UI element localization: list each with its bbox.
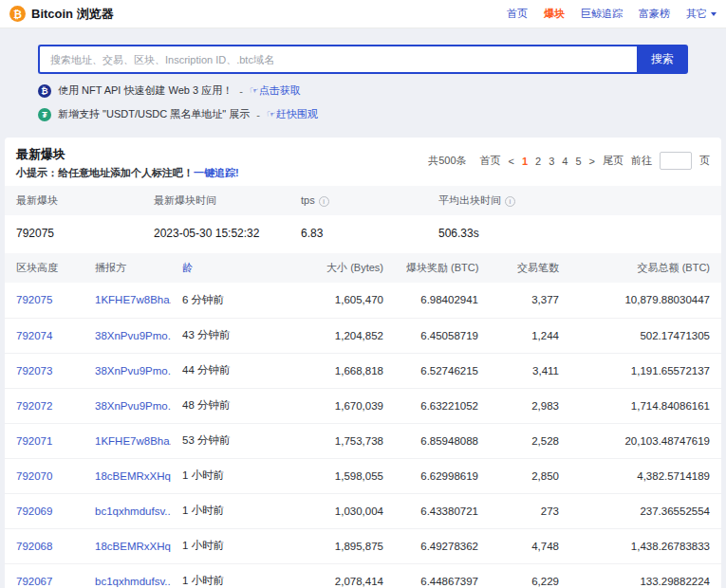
tx-count: 2,983 (490, 388, 570, 423)
block-size: 2,078,414 (254, 563, 395, 588)
block-reward: 6.52746215 (395, 353, 490, 388)
block-age: 1 小时前 (171, 458, 254, 493)
table-row: 79207018cBEMRxXHq...1 小时前1,598,0556.6299… (5, 458, 721, 493)
block-height-link[interactable]: 792075 (16, 294, 52, 305)
nav-item-home[interactable]: 首页 (507, 7, 528, 21)
tx-volume: 1,191.65572137 (570, 353, 721, 388)
tx-count: 6,229 (490, 563, 570, 588)
avg-block-time-info-icon[interactable]: i (505, 196, 515, 207)
top-bar: ₿ Bitcoin 浏览器 首页 爆块 巨鲸追踪 富豪榜 其它 (0, 0, 726, 28)
block-age: 53 分钟前 (171, 423, 254, 458)
block-height-link[interactable]: 792068 (16, 541, 52, 552)
last-page-button[interactable]: 尾页 (603, 154, 624, 168)
page-number-1[interactable]: 1 (522, 156, 528, 167)
col-header-tx-count: 交易笔数 (490, 253, 570, 283)
block-reward: 6.63221052 (395, 388, 490, 423)
relayer-link[interactable]: bc1qxhmdufsv... (95, 576, 171, 587)
latest-block-time-value: 2023-05-30 15:52:32 (142, 215, 289, 253)
avg-block-time-value: 506.33s (427, 215, 721, 253)
tx-volume: 4,382.5714189 (570, 458, 721, 493)
chevron-down-icon (711, 12, 717, 16)
block-height-link[interactable]: 792067 (16, 576, 52, 587)
age-sort-link[interactable]: 龄 (182, 262, 193, 273)
pagination: 共500条 首页 < 1 2 3 4 5 > 尾页 前往 页 (428, 152, 710, 170)
brand: ₿ Bitcoin 浏览器 (9, 6, 114, 23)
block-height-link[interactable]: 792069 (16, 505, 52, 517)
promo-text: 使用 NFT API 快速创建 Web 3 应用！ (58, 83, 233, 98)
stats-header-tps: tpsi (289, 186, 427, 215)
stats-header-latest-block: 最新爆块 (5, 186, 142, 215)
block-height-link[interactable]: 792072 (16, 400, 52, 412)
block-size: 1,030,004 (254, 493, 395, 528)
latest-block-value: 792075 (5, 215, 142, 253)
main-nav: 首页 爆块 巨鲸追踪 富豪榜 其它 (507, 7, 717, 21)
goto-page-input[interactable] (660, 152, 692, 170)
col-header-block-height: 区块高度 (5, 253, 84, 283)
tx-count: 1,244 (490, 318, 570, 353)
nav-item-whale-tracking[interactable]: 巨鲸追踪 (581, 7, 623, 21)
nav-item-others[interactable]: 其它 (686, 7, 717, 21)
tx-volume: 237.36552554 (570, 493, 721, 528)
tx-count: 2,850 (490, 458, 570, 493)
relayer-link[interactable]: 38XnPvu9Pmo... (95, 400, 171, 412)
next-page-button[interactable]: > (589, 156, 595, 167)
relayer-link[interactable]: 1KFHE7w8Bha... (95, 294, 171, 305)
promo-usdt-blacklist: ₮ 新增支持 "USDT/USDC 黑名单地址" 展示 - ☞赶快围观 (38, 107, 688, 121)
panel-tip-text: 小提示：给任意地址添加个人标注吧！ (16, 167, 194, 178)
first-page-button[interactable]: 首页 (480, 154, 501, 168)
promo-link-take-look[interactable]: ☞赶快围观 (267, 107, 318, 121)
block-age: 6 分钟前 (171, 283, 254, 318)
nav-item-rich-list[interactable]: 富豪榜 (639, 7, 670, 21)
block-reward: 6.45058719 (395, 318, 490, 353)
relayer-link[interactable]: 1KFHE7w8Bha... (95, 435, 171, 447)
block-height-link[interactable]: 792074 (16, 330, 52, 341)
block-height-link[interactable]: 792073 (16, 365, 52, 377)
nav-item-others-label: 其它 (686, 7, 707, 21)
block-reward: 6.43380721 (395, 493, 490, 528)
relayer-link[interactable]: 18cBEMRxXHq... (95, 541, 171, 552)
stats-table: 最新爆块 最新爆块时间 tpsi 平均出块时间i 792075 2023-05-… (5, 186, 721, 253)
search-input[interactable] (38, 45, 637, 74)
prev-page-button[interactable]: < (509, 156, 514, 167)
page-number-5[interactable]: 5 (575, 156, 581, 167)
usdt-icon: ₮ (38, 108, 51, 121)
table-row: 79206818cBEMRxXHq...1 小时前1,895,8756.4927… (5, 528, 721, 563)
promo-nft-api: ₿ 使用 NFT API 快速创建 Web 3 应用！ - ☞点击获取 (38, 83, 688, 98)
table-row: 7920751KFHE7w8Bha...6 分钟前1,605,4706.9840… (5, 283, 721, 318)
promo-separator: - (256, 109, 260, 120)
panel-header: 最新爆块 小提示：给任意地址添加个人标注吧！一键追踪! 共500条 首页 < 1… (5, 138, 721, 186)
table-row: 79207438XnPvu9Pmo...43 分钟前1,204,8526.450… (5, 318, 721, 353)
blocks-table-body: 7920751KFHE7w8Bha...6 分钟前1,605,4706.9840… (5, 283, 721, 588)
block-reward: 6.49278362 (395, 528, 490, 563)
relayer-link[interactable]: 18cBEMRxXHq... (95, 470, 171, 482)
relayer-link[interactable]: 38XnPvu9Pmo... (95, 330, 171, 341)
block-reward: 6.44867397 (395, 563, 490, 588)
search-section: 搜索 ₿ 使用 NFT API 快速创建 Web 3 应用！ - ☞点击获取 ₮… (0, 28, 726, 133)
block-reward: 6.85948088 (395, 423, 490, 458)
relayer-link[interactable]: 38XnPvu9Pmo... (95, 365, 171, 377)
tx-count: 2,528 (490, 423, 570, 458)
tps-info-icon[interactable]: i (319, 196, 329, 207)
page-number-4[interactable]: 4 (562, 156, 568, 167)
page-number-2[interactable]: 2 (535, 156, 541, 167)
search-button[interactable]: 搜索 (637, 45, 688, 74)
table-row: 79207338XnPvu9Pmo...44 分钟前1,668,8186.527… (5, 353, 721, 388)
nft-api-icon: ₿ (38, 84, 51, 98)
nav-item-blocks[interactable]: 爆块 (544, 7, 565, 21)
block-height-link[interactable]: 792071 (16, 435, 52, 447)
relayer-link[interactable]: bc1qxhmdufsv... (95, 505, 171, 517)
block-height-link[interactable]: 792070 (16, 470, 52, 482)
table-row: 792069bc1qxhmdufsv...1 小时前1,030,0046.433… (5, 493, 721, 528)
table-row: 79207238XnPvu9Pmo...48 分钟前1,670,0396.632… (5, 388, 721, 423)
one-click-track-link[interactable]: 一键追踪! (194, 167, 239, 178)
block-size: 1,668,818 (254, 353, 395, 388)
promo-link-get-api[interactable]: ☞点击获取 (250, 83, 301, 98)
stats-header-latest-time: 最新爆块时间 (142, 186, 289, 215)
block-size: 1,670,039 (254, 388, 395, 423)
goto-label: 前往 (631, 154, 652, 168)
page-number-3[interactable]: 3 (549, 156, 554, 167)
tx-volume: 502.17471305 (570, 318, 721, 353)
tx-volume: 20,103.48747619 (570, 423, 721, 458)
stats-header-avg-block-time: 平均出块时间i (427, 186, 721, 215)
block-age: 1 小时前 (171, 563, 254, 588)
